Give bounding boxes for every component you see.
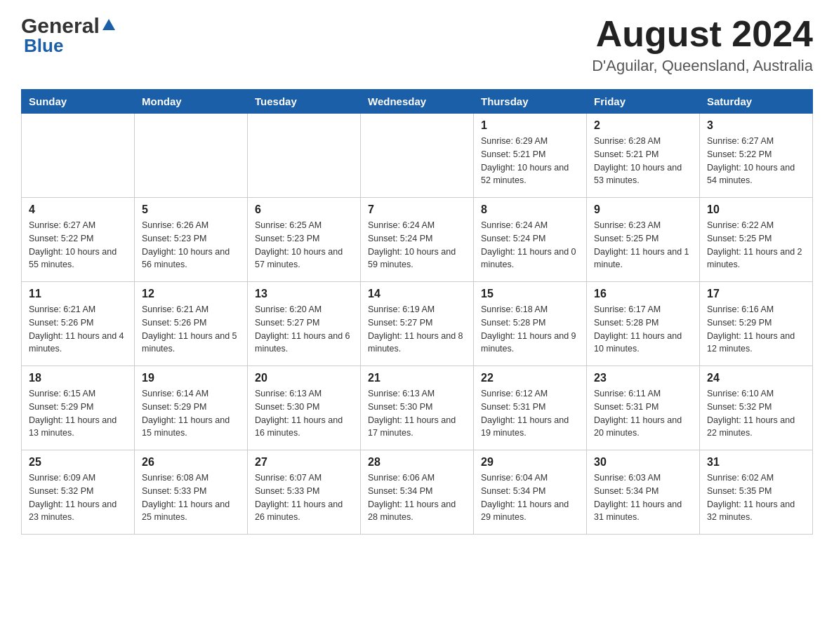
day-number: 7 bbox=[368, 203, 466, 216]
day-info: Sunrise: 6:18 AMSunset: 5:28 PMDaylight:… bbox=[481, 303, 579, 356]
day-number: 29 bbox=[481, 456, 579, 469]
calendar-week-row: 4Sunrise: 6:27 AMSunset: 5:22 PMDaylight… bbox=[22, 198, 813, 282]
calendar-week-row: 11Sunrise: 6:21 AMSunset: 5:26 PMDayligh… bbox=[22, 282, 813, 366]
day-info: Sunrise: 6:21 AMSunset: 5:26 PMDaylight:… bbox=[142, 303, 240, 356]
day-info: Sunrise: 6:13 AMSunset: 5:30 PMDaylight:… bbox=[368, 387, 466, 440]
calendar-cell bbox=[248, 114, 361, 198]
location-subtitle: D'Aguilar, Queensland, Australia bbox=[592, 57, 813, 75]
day-info: Sunrise: 6:28 AMSunset: 5:21 PMDaylight:… bbox=[594, 135, 692, 187]
day-number: 30 bbox=[594, 456, 692, 469]
calendar-cell: 12Sunrise: 6:21 AMSunset: 5:26 PMDayligh… bbox=[135, 282, 248, 366]
calendar-cell bbox=[135, 114, 248, 198]
calendar-cell: 7Sunrise: 6:24 AMSunset: 5:24 PMDaylight… bbox=[361, 198, 474, 282]
calendar-cell: 21Sunrise: 6:13 AMSunset: 5:30 PMDayligh… bbox=[361, 366, 474, 450]
day-number: 2 bbox=[594, 119, 692, 132]
day-info: Sunrise: 6:17 AMSunset: 5:28 PMDaylight:… bbox=[594, 303, 692, 356]
day-info: Sunrise: 6:02 AMSunset: 5:35 PMDaylight:… bbox=[707, 471, 805, 524]
weekday-header-monday: Monday bbox=[135, 90, 248, 114]
calendar-cell: 25Sunrise: 6:09 AMSunset: 5:32 PMDayligh… bbox=[22, 450, 135, 535]
weekday-header-friday: Friday bbox=[587, 90, 700, 114]
day-number: 28 bbox=[368, 456, 466, 469]
weekday-row: SundayMondayTuesdayWednesdayThursdayFrid… bbox=[22, 90, 813, 114]
day-number: 6 bbox=[255, 203, 353, 216]
calendar-cell: 29Sunrise: 6:04 AMSunset: 5:34 PMDayligh… bbox=[474, 450, 587, 535]
day-number: 1 bbox=[481, 119, 579, 132]
calendar-table: SundayMondayTuesdayWednesdayThursdayFrid… bbox=[21, 89, 813, 535]
day-info: Sunrise: 6:24 AMSunset: 5:24 PMDaylight:… bbox=[368, 219, 466, 271]
calendar-week-row: 18Sunrise: 6:15 AMSunset: 5:29 PMDayligh… bbox=[22, 366, 813, 450]
day-info: Sunrise: 6:10 AMSunset: 5:32 PMDaylight:… bbox=[707, 387, 805, 440]
day-info: Sunrise: 6:20 AMSunset: 5:27 PMDaylight:… bbox=[255, 303, 353, 356]
day-number: 12 bbox=[142, 288, 240, 300]
calendar-cell: 19Sunrise: 6:14 AMSunset: 5:29 PMDayligh… bbox=[135, 366, 248, 450]
day-number: 8 bbox=[481, 203, 579, 216]
day-number: 26 bbox=[142, 456, 240, 469]
page-header: General Blue August 2024 D'Aguilar, Quee… bbox=[21, 14, 813, 75]
weekday-header-thursday: Thursday bbox=[474, 90, 587, 114]
day-info: Sunrise: 6:29 AMSunset: 5:21 PMDaylight:… bbox=[481, 135, 579, 187]
day-number: 4 bbox=[29, 203, 127, 216]
day-number: 17 bbox=[707, 288, 805, 300]
day-info: Sunrise: 6:27 AMSunset: 5:22 PMDaylight:… bbox=[29, 219, 127, 271]
day-info: Sunrise: 6:11 AMSunset: 5:31 PMDaylight:… bbox=[594, 387, 692, 440]
calendar-cell: 6Sunrise: 6:25 AMSunset: 5:23 PMDaylight… bbox=[248, 198, 361, 282]
day-info: Sunrise: 6:16 AMSunset: 5:29 PMDaylight:… bbox=[707, 303, 805, 356]
calendar-body: 1Sunrise: 6:29 AMSunset: 5:21 PMDaylight… bbox=[22, 114, 813, 535]
day-info: Sunrise: 6:27 AMSunset: 5:22 PMDaylight:… bbox=[707, 135, 805, 187]
day-number: 20 bbox=[255, 372, 353, 384]
day-number: 3 bbox=[707, 119, 805, 132]
day-number: 23 bbox=[594, 372, 692, 384]
calendar-cell: 22Sunrise: 6:12 AMSunset: 5:31 PMDayligh… bbox=[474, 366, 587, 450]
day-info: Sunrise: 6:14 AMSunset: 5:29 PMDaylight:… bbox=[142, 387, 240, 440]
calendar-cell bbox=[361, 114, 474, 198]
day-info: Sunrise: 6:15 AMSunset: 5:29 PMDaylight:… bbox=[29, 387, 127, 440]
day-info: Sunrise: 6:21 AMSunset: 5:26 PMDaylight:… bbox=[29, 303, 127, 356]
calendar-cell: 5Sunrise: 6:26 AMSunset: 5:23 PMDaylight… bbox=[135, 198, 248, 282]
weekday-header-saturday: Saturday bbox=[700, 90, 813, 114]
day-info: Sunrise: 6:07 AMSunset: 5:33 PMDaylight:… bbox=[255, 471, 353, 524]
calendar-cell: 24Sunrise: 6:10 AMSunset: 5:32 PMDayligh… bbox=[700, 366, 813, 450]
day-number: 14 bbox=[368, 288, 466, 300]
day-info: Sunrise: 6:04 AMSunset: 5:34 PMDaylight:… bbox=[481, 471, 579, 524]
day-number: 21 bbox=[368, 372, 466, 384]
day-number: 15 bbox=[481, 288, 579, 300]
logo-area: General Blue bbox=[21, 14, 117, 57]
day-number: 31 bbox=[707, 456, 805, 469]
day-info: Sunrise: 6:13 AMSunset: 5:30 PMDaylight:… bbox=[255, 387, 353, 440]
day-info: Sunrise: 6:09 AMSunset: 5:32 PMDaylight:… bbox=[29, 471, 127, 524]
day-info: Sunrise: 6:19 AMSunset: 5:27 PMDaylight:… bbox=[368, 303, 466, 356]
title-area: August 2024 D'Aguilar, Queensland, Austr… bbox=[592, 14, 813, 75]
calendar-cell: 26Sunrise: 6:08 AMSunset: 5:33 PMDayligh… bbox=[135, 450, 248, 535]
day-number: 16 bbox=[594, 288, 692, 300]
calendar-header: SundayMondayTuesdayWednesdayThursdayFrid… bbox=[22, 90, 813, 114]
day-info: Sunrise: 6:03 AMSunset: 5:34 PMDaylight:… bbox=[594, 471, 692, 524]
logo-blue-text: Blue bbox=[24, 35, 63, 56]
calendar-cell: 2Sunrise: 6:28 AMSunset: 5:21 PMDaylight… bbox=[587, 114, 700, 198]
calendar-cell bbox=[22, 114, 135, 198]
calendar-cell: 27Sunrise: 6:07 AMSunset: 5:33 PMDayligh… bbox=[248, 450, 361, 535]
calendar-cell: 8Sunrise: 6:24 AMSunset: 5:24 PMDaylight… bbox=[474, 198, 587, 282]
calendar-cell: 23Sunrise: 6:11 AMSunset: 5:31 PMDayligh… bbox=[587, 366, 700, 450]
calendar-cell: 4Sunrise: 6:27 AMSunset: 5:22 PMDaylight… bbox=[22, 198, 135, 282]
calendar-cell: 16Sunrise: 6:17 AMSunset: 5:28 PMDayligh… bbox=[587, 282, 700, 366]
weekday-header-wednesday: Wednesday bbox=[361, 90, 474, 114]
calendar-cell: 28Sunrise: 6:06 AMSunset: 5:34 PMDayligh… bbox=[361, 450, 474, 535]
day-number: 5 bbox=[142, 203, 240, 216]
day-info: Sunrise: 6:26 AMSunset: 5:23 PMDaylight:… bbox=[142, 219, 240, 271]
calendar-cell: 15Sunrise: 6:18 AMSunset: 5:28 PMDayligh… bbox=[474, 282, 587, 366]
day-number: 18 bbox=[29, 372, 127, 384]
day-number: 24 bbox=[707, 372, 805, 384]
calendar-cell: 14Sunrise: 6:19 AMSunset: 5:27 PMDayligh… bbox=[361, 282, 474, 366]
day-number: 11 bbox=[29, 288, 127, 300]
calendar-cell: 10Sunrise: 6:22 AMSunset: 5:25 PMDayligh… bbox=[700, 198, 813, 282]
day-number: 10 bbox=[707, 203, 805, 216]
calendar-cell: 30Sunrise: 6:03 AMSunset: 5:34 PMDayligh… bbox=[587, 450, 700, 535]
day-number: 22 bbox=[481, 372, 579, 384]
day-info: Sunrise: 6:25 AMSunset: 5:23 PMDaylight:… bbox=[255, 219, 353, 271]
day-number: 13 bbox=[255, 288, 353, 300]
calendar-cell: 17Sunrise: 6:16 AMSunset: 5:29 PMDayligh… bbox=[700, 282, 813, 366]
day-number: 9 bbox=[594, 203, 692, 216]
day-info: Sunrise: 6:06 AMSunset: 5:34 PMDaylight:… bbox=[368, 471, 466, 524]
logo-general-text: General bbox=[21, 14, 100, 38]
calendar-cell: 20Sunrise: 6:13 AMSunset: 5:30 PMDayligh… bbox=[248, 366, 361, 450]
